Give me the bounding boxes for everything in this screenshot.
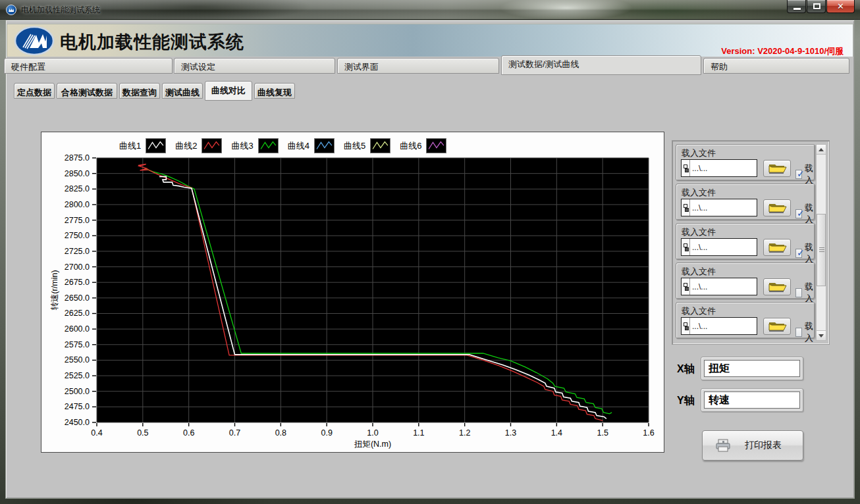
- x-axis-name-input[interactable]: [704, 360, 800, 377]
- svg-text:1.2: 1.2: [459, 428, 470, 438]
- svg-text:扭矩(N.m): 扭矩(N.m): [354, 440, 391, 449]
- load-file-title: 载入文件: [682, 147, 716, 159]
- tab-test-data-curves[interactable]: 测试数据/测试曲线: [501, 55, 701, 75]
- tab-help[interactable]: 帮助: [703, 58, 849, 74]
- folder-open-icon: [764, 239, 790, 255]
- thumb-grip-icon: [819, 247, 824, 248]
- load-checkbox-label: 载入: [805, 202, 816, 226]
- file-path-control[interactable]: [681, 317, 757, 335]
- load-file-group: 载入文件 载入: [676, 263, 815, 299]
- svg-text:0.9: 0.9: [321, 428, 332, 438]
- x-axis-field-label: X轴: [677, 363, 695, 376]
- folder-open-icon: [764, 200, 790, 216]
- app-header: 电机加载性能测试系统 Version: V2020-04-9-1010/伺服: [7, 24, 853, 57]
- file-path-input[interactable]: [690, 243, 753, 252]
- y-axis-name-input[interactable]: [704, 391, 800, 409]
- load-checkbox[interactable]: [795, 170, 802, 179]
- tab-test-settings[interactable]: 测试设定: [174, 58, 335, 74]
- load-file-title: 载入文件: [682, 305, 716, 317]
- load-file-group: 载入文件 载入: [676, 184, 815, 220]
- file-path-control[interactable]: [681, 159, 757, 177]
- load-file-group: 载入文件 载入: [676, 223, 815, 260]
- load-checkbox[interactable]: [795, 249, 802, 258]
- svg-text:2575.0: 2575.0: [65, 340, 90, 349]
- file-path-control[interactable]: [681, 238, 757, 256]
- print-report-label: 打印报表: [732, 440, 803, 451]
- subtab-test-curve[interactable]: 测试曲线: [162, 83, 203, 99]
- svg-text:2750.0: 2750.0: [65, 231, 90, 240]
- application-window: 电机加载性能测试系统 ✕ 电机加载性能测试系统 Version: V2020-0…: [0, 0, 860, 504]
- load-checkbox[interactable]: [795, 328, 802, 337]
- svg-text:1.3: 1.3: [505, 428, 516, 438]
- path-type-icon: [682, 239, 690, 255]
- svg-text:2775.0: 2775.0: [65, 216, 90, 225]
- file-panel-scrollbar[interactable]: [816, 144, 826, 341]
- close-icon: ✕: [837, 3, 846, 11]
- load-checkbox-label: 载入: [805, 163, 816, 186]
- close-button[interactable]: ✕: [826, 0, 855, 13]
- xy-plot[interactable]: 0.40.50.60.70.80.91.01.11.21.31.41.51.62…: [41, 132, 664, 452]
- file-path-input[interactable]: [690, 203, 753, 213]
- svg-text:2525.0: 2525.0: [65, 371, 90, 380]
- svg-text:2725.0: 2725.0: [65, 247, 90, 256]
- minimize-icon: [793, 8, 801, 10]
- svg-text:2625.0: 2625.0: [65, 309, 90, 318]
- window-title: 电机加载性能测试系统: [21, 5, 100, 16]
- svg-text:1.6: 1.6: [643, 428, 654, 438]
- x-axis-field-frame: [701, 357, 803, 380]
- file-path-input[interactable]: [690, 322, 753, 331]
- subtab-curve-compare[interactable]: 曲线对比: [205, 81, 252, 101]
- svg-text:2650.0: 2650.0: [65, 293, 90, 303]
- load-file-title: 载入文件: [682, 226, 716, 238]
- browse-button[interactable]: [763, 318, 791, 335]
- maximize-icon: [813, 3, 820, 9]
- file-path-input[interactable]: [690, 164, 753, 173]
- browse-button[interactable]: [763, 239, 791, 256]
- subtab-data-query[interactable]: 数据查询: [119, 83, 160, 99]
- file-path-control[interactable]: [681, 199, 757, 216]
- browse-button[interactable]: [763, 160, 791, 177]
- arrow-down-icon: [819, 334, 824, 338]
- y-axis-field-label: Y轴: [677, 394, 695, 408]
- svg-text:0.5: 0.5: [137, 428, 148, 438]
- tab-test-interface[interactable]: 测试界面: [337, 58, 499, 74]
- scroll-down-button[interactable]: [817, 330, 826, 340]
- scroll-up-button[interactable]: [817, 145, 826, 155]
- svg-text:1.0: 1.0: [367, 428, 378, 438]
- file-load-panel: 载入文件 载入 载入文件 载入 载入文件 载入 载入文件 载入 载入文件: [672, 140, 830, 345]
- load-checkbox-label: 载入: [805, 241, 816, 265]
- minimize-button[interactable]: [787, 0, 806, 13]
- svg-text:2600.0: 2600.0: [65, 324, 90, 334]
- svg-text:转速(r/min): 转速(r/min): [50, 270, 59, 310]
- app-icon: [6, 5, 16, 15]
- tab-hardware-config[interactable]: 硬件配置: [4, 58, 173, 74]
- y-axis-field-frame: [701, 388, 803, 412]
- svg-text:0.7: 0.7: [229, 428, 240, 438]
- path-type-icon: [682, 199, 690, 216]
- load-file-title: 载入文件: [682, 266, 716, 278]
- file-path-input[interactable]: [690, 282, 753, 291]
- subtab-fixed-point-data[interactable]: 定点数据: [14, 83, 55, 99]
- maximize-button[interactable]: [807, 0, 826, 13]
- load-checkbox-label: 载入: [805, 281, 816, 305]
- svg-text:2475.0: 2475.0: [65, 402, 90, 411]
- version-text: Version: V2020-04-9-1010/伺服: [721, 45, 844, 57]
- title-bar[interactable]: 电机加载性能测试系统 ✕: [0, 0, 860, 20]
- svg-text:2875.0: 2875.0: [65, 153, 90, 163]
- svg-text:0.6: 0.6: [183, 428, 194, 438]
- load-checkbox[interactable]: [795, 209, 802, 218]
- folder-open-icon: [764, 318, 790, 334]
- print-report-button[interactable]: 打印报表: [702, 430, 803, 461]
- subtab-curve-replay[interactable]: 曲线复现: [254, 83, 295, 99]
- scrollbar-thumb[interactable]: [817, 214, 826, 286]
- browse-button[interactable]: [763, 278, 791, 295]
- subtab-qualified-test-data[interactable]: 合格测试数据: [57, 83, 117, 99]
- file-path-control[interactable]: [681, 278, 757, 295]
- load-checkbox[interactable]: [795, 288, 802, 297]
- curve-compare-chart: 曲线1 曲线2 曲线3 曲线4 曲线5 曲线6: [41, 132, 664, 453]
- svg-text:0.8: 0.8: [275, 428, 286, 438]
- path-type-icon: [682, 160, 690, 176]
- load-file-group: 载入文件 载入: [676, 144, 815, 181]
- browse-button[interactable]: [763, 199, 791, 216]
- folder-open-icon: [764, 279, 790, 295]
